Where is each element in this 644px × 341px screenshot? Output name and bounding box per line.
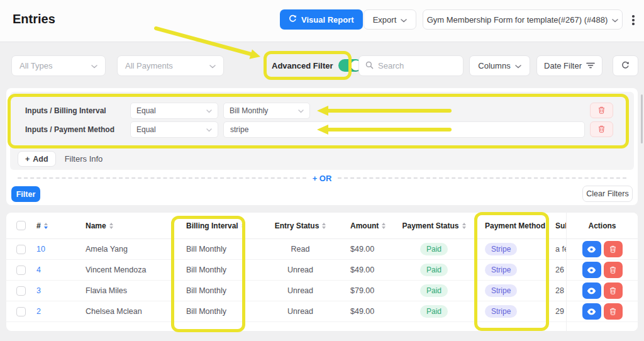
select-all-checkbox[interactable] <box>16 221 26 230</box>
entry-billing-interval: Bill Monthly <box>177 266 258 274</box>
column-header-name[interactable]: Name <box>60 221 177 230</box>
chevron-down-icon <box>206 106 212 115</box>
entry-id-link[interactable]: 4 <box>36 266 41 274</box>
chevron-down-icon <box>401 15 407 25</box>
clear-filters-button[interactable]: Clear Filters <box>582 186 633 202</box>
view-entry-button[interactable] <box>582 303 601 320</box>
delete-entry-button[interactable] <box>604 241 623 257</box>
add-filter-button[interactable]: + Add <box>18 151 56 167</box>
plus-icon: + <box>25 155 30 164</box>
chevron-down-icon <box>515 61 521 70</box>
filter-lines-icon <box>586 61 595 70</box>
view-entry-button[interactable] <box>582 241 601 257</box>
column-header-amount[interactable]: Amount <box>343 221 393 230</box>
column-header-submitted: Sub <box>549 221 566 230</box>
advanced-filter-label: Advanced Filter <box>272 61 333 70</box>
payment-status-badge: Paid <box>420 284 448 297</box>
row-checkbox[interactable] <box>16 286 26 296</box>
value-select[interactable]: Bill Monthly <box>223 103 310 119</box>
advanced-filter-group: Advanced Filter <box>272 59 362 72</box>
entry-submitted: 29 <box>549 307 566 316</box>
filter-row-billing-interval: Inputs / Billing Interval Equal Bill Mon… <box>6 103 638 119</box>
column-header-payment-method[interactable]: Payment Method <box>475 221 549 230</box>
page-title: Entries <box>13 12 55 26</box>
column-header-id[interactable]: # <box>31 221 60 230</box>
table-row: 2 Chelsea Mclean Bill Monthly Unread $49… <box>6 301 566 322</box>
delete-filter-button[interactable] <box>590 103 613 118</box>
columns-button[interactable]: Columns <box>469 55 530 76</box>
search-box <box>358 55 464 76</box>
entry-status: Unread <box>258 266 343 274</box>
entry-status: Unread <box>258 286 343 295</box>
date-filter-button[interactable]: Date Filter <box>536 55 602 76</box>
scrollbar[interactable] <box>641 94 643 143</box>
table-header-row: # Name Billing Interval Entry Status Amo… <box>6 213 566 239</box>
sort-icon[interactable] <box>462 223 466 229</box>
trash-icon <box>598 105 605 116</box>
chevron-down-icon <box>209 61 216 70</box>
operator-select[interactable]: Equal <box>130 121 218 138</box>
entry-name: Flavia Miles <box>60 286 177 295</box>
chevron-down-icon <box>612 15 618 25</box>
value-input[interactable] <box>223 121 585 138</box>
column-header-payment-status[interactable]: Payment Status <box>393 221 475 230</box>
column-header-billing-interval[interactable]: Billing Interval <box>177 221 258 230</box>
entry-id-link[interactable]: 2 <box>36 307 41 316</box>
filter-button[interactable]: Filter <box>11 186 40 202</box>
sort-icon[interactable] <box>44 223 48 229</box>
filter-field-label: Inputs / Payment Method <box>25 125 114 134</box>
sort-icon[interactable] <box>109 223 113 229</box>
or-divider: + OR <box>18 172 626 184</box>
delete-filter-button[interactable] <box>590 121 613 137</box>
table-row: 4 Vincent Mendoza Bill Monthly Unread $4… <box>6 260 566 281</box>
refresh-button[interactable] <box>613 55 638 76</box>
entry-billing-interval: Bill Monthly <box>177 245 258 254</box>
entry-status: Read <box>258 245 343 254</box>
refresh-icon <box>621 61 630 71</box>
entry-id-link[interactable]: 3 <box>36 286 41 295</box>
entry-status: Unread <box>258 307 343 316</box>
filter-field-label: Inputs / Billing Interval <box>25 106 106 115</box>
export-button[interactable]: Export <box>364 9 416 30</box>
entry-id-link[interactable]: 10 <box>36 245 45 254</box>
search-input[interactable] <box>378 61 447 70</box>
row-checkbox[interactable] <box>16 245 26 254</box>
row-actions <box>567 260 638 281</box>
trash-icon <box>598 124 605 135</box>
row-checkbox[interactable] <box>16 307 26 316</box>
view-entry-button[interactable] <box>582 282 601 299</box>
sort-icon[interactable] <box>382 223 386 229</box>
all-types-select[interactable]: All Types <box>11 55 106 76</box>
payment-status-badge: Paid <box>420 264 448 276</box>
entry-submitted: 28 <box>549 286 566 295</box>
operator-select[interactable]: Equal <box>130 103 218 119</box>
delete-entry-button[interactable] <box>604 282 623 299</box>
form-selector[interactable]: Gym Membership Form for template(#267) (… <box>423 9 623 30</box>
row-actions <box>567 301 638 322</box>
row-checkbox[interactable] <box>16 266 26 275</box>
search-icon <box>365 60 374 72</box>
sort-icon[interactable] <box>242 223 245 229</box>
entries-table: # Name Billing Interval Entry Status Amo… <box>6 213 638 331</box>
row-actions <box>567 281 638 301</box>
view-entry-button[interactable] <box>582 262 601 278</box>
payment-method-badge: Stripe <box>485 305 517 318</box>
table-row: 10 Amela Yang Bill Monthly Read $49.00 P… <box>6 239 566 260</box>
delete-entry-button[interactable] <box>604 303 623 320</box>
delete-entry-button[interactable] <box>604 262 623 278</box>
advanced-filter-panel: Inputs / Billing Interval Equal Bill Mon… <box>6 88 638 205</box>
actions-column: Actions <box>566 213 638 331</box>
all-payments-select[interactable]: All Payments <box>117 55 224 76</box>
column-header-entry-status[interactable]: Entry Status <box>258 221 343 230</box>
kebab-menu-icon[interactable] <box>629 14 638 26</box>
visual-report-button[interactable]: Visual Report <box>280 9 363 30</box>
column-header-actions: Actions <box>567 213 638 239</box>
row-actions <box>567 239 638 260</box>
entry-amount: $49.00 <box>343 245 393 254</box>
filters-info-label: Filters Info <box>65 154 103 164</box>
entry-name: Chelsea Mclean <box>60 307 177 316</box>
sort-icon[interactable] <box>322 223 326 229</box>
entry-amount: $79.00 <box>343 286 393 295</box>
visual-report-icon <box>289 14 297 25</box>
add-or-group-link[interactable]: + OR <box>313 174 332 183</box>
